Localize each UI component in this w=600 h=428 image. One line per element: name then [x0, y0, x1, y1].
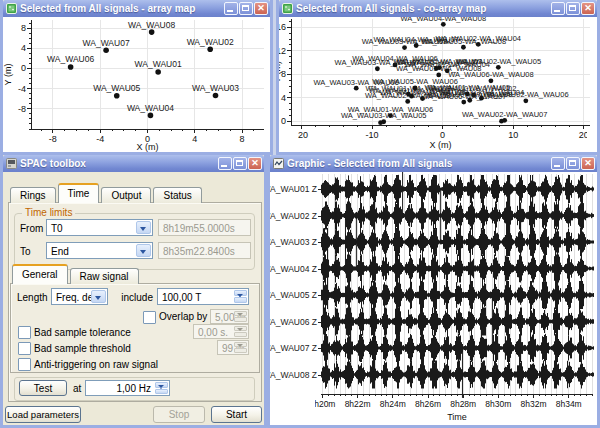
trace-label: WA_WAU04 Z: [270, 264, 317, 274]
window-graphic: Graphic - Selected from All signals WA_W…: [267, 155, 600, 428]
include-spinbox[interactable]: 100,00 T: [157, 288, 249, 305]
station-dot: [68, 64, 74, 70]
tab-rings[interactable]: Rings: [10, 187, 56, 203]
coarray-map-plot[interactable]: -20-10010200481216X (m)Y (m)WA_WAU01-WA_…: [279, 17, 597, 152]
maximize-icon[interactable]: [566, 2, 580, 15]
tab-general[interactable]: General: [12, 264, 68, 284]
spin-down-icon[interactable]: [234, 332, 247, 337]
start-label: Start: [226, 409, 247, 420]
trace-waveform: [322, 361, 594, 389]
from-combobox[interactable]: T0: [46, 219, 153, 236]
bad-sample-tolerance-checkbox[interactable]: [18, 326, 31, 339]
to-time-field[interactable]: 8h35m22.8400s: [158, 242, 251, 259]
window-title: SPAC toolbox: [20, 158, 217, 169]
load-parameters-button[interactable]: Load parameters: [5, 406, 81, 423]
minimize-icon[interactable]: [224, 2, 238, 15]
svg-text:8: 8: [240, 134, 245, 144]
station-dot-label: WA_WAU06: [47, 54, 94, 64]
svg-text:16: 16: [279, 22, 286, 32]
dropdown-arrow-icon[interactable]: [136, 244, 151, 257]
station-dot: [148, 113, 154, 119]
svg-text:8: 8: [21, 23, 26, 33]
dropdown-arrow-icon[interactable]: [91, 290, 106, 303]
load-parameters-label: Load parameters: [7, 409, 79, 420]
array-map-plot[interactable]: -8-4048-8-4048X (m)Y (m)WA_WAU01WA_WAU02…: [3, 17, 270, 152]
tab-status[interactable]: Status: [153, 187, 201, 203]
trace-waveform: [322, 255, 594, 283]
window-title: Selected from All signals - array map: [20, 3, 223, 14]
tab-time[interactable]: Time: [58, 183, 100, 203]
svg-text:12: 12: [279, 46, 286, 56]
start-button[interactable]: Start: [211, 406, 262, 423]
time-tick-label: 8h26m: [415, 399, 441, 409]
tab-output[interactable]: Output: [101, 187, 151, 203]
station-dot-label: WA_WAU05: [93, 83, 140, 93]
time-tick-label: 8h32m: [521, 399, 547, 409]
station-dot: [213, 93, 219, 99]
app-icon: [6, 158, 17, 169]
titlebar-graphic[interactable]: Graphic - Selected from All signals: [270, 155, 597, 172]
spin-down-icon[interactable]: [234, 297, 247, 303]
frequency-spinbox[interactable]: 1,00 Hz: [85, 380, 170, 396]
include-value: 100,00 T: [162, 291, 201, 302]
time-tick-label: 8h28m: [450, 399, 476, 409]
from-label: From: [20, 223, 43, 234]
spin-down-icon[interactable]: [234, 348, 247, 353]
pair-dot-label: WA_WAU06-WA_WAU08: [448, 70, 534, 79]
close-icon[interactable]: [248, 157, 262, 170]
to-value: End: [51, 245, 69, 256]
to-combobox[interactable]: End: [46, 242, 153, 259]
svg-text:0: 0: [281, 116, 286, 126]
overlap-checkbox[interactable]: [143, 311, 156, 324]
bad-sample-threshold-label: Bad sample threshold: [34, 343, 131, 354]
mdi-desktop: Selected from All signals - array map -8…: [0, 0, 600, 428]
anti-triggering-label: Anti-triggering on raw signal: [34, 359, 158, 370]
overlap-spinbox[interactable]: 5,00 %: [210, 309, 249, 324]
maximize-icon[interactable]: [566, 157, 580, 170]
svg-text:-10: -10: [366, 130, 379, 140]
svg-text:4: 4: [192, 134, 197, 144]
test-button[interactable]: Test: [19, 380, 67, 396]
from-value: T0: [51, 222, 63, 233]
map-icon: [6, 3, 17, 14]
trace-waveform: [322, 334, 594, 362]
close-icon[interactable]: [254, 2, 268, 15]
trace-waveform: [322, 202, 594, 230]
minimize-icon[interactable]: [551, 157, 565, 170]
station-dot-label: WA_WAU08: [128, 20, 175, 30]
seismic-traces-plot[interactable]: WA_WAU01 ZWA_WAU02 ZWA_WAU03 ZWA_WAU04 Z…: [270, 172, 597, 425]
spin-down-icon[interactable]: [155, 389, 168, 395]
stop-button[interactable]: Stop: [153, 406, 205, 423]
close-icon[interactable]: [581, 157, 595, 170]
anti-triggering-checkbox[interactable]: [18, 358, 31, 371]
svg-text:20: 20: [579, 130, 589, 140]
station-dot: [155, 69, 161, 75]
close-icon[interactable]: [581, 2, 595, 15]
svg-text:-8: -8: [18, 104, 26, 114]
from-time-value: 8h19m55.0000s: [163, 222, 235, 233]
titlebar-array-map[interactable]: Selected from All signals - array map: [3, 0, 270, 17]
length-combobox[interactable]: Freq. dep.: [51, 288, 108, 305]
svg-text:4: 4: [281, 93, 286, 103]
titlebar-spac[interactable]: SPAC toolbox: [3, 155, 264, 172]
station-dot-label: WA_WAU07: [83, 38, 130, 48]
tab-raw-signal[interactable]: Raw signal: [70, 268, 139, 284]
titlebar-coarray-map[interactable]: Selected from All signals - co-array map: [279, 0, 597, 17]
svg-text:Time: Time: [447, 412, 467, 422]
svg-text:-4: -4: [96, 134, 104, 144]
bad-sample-threshold-spinbox[interactable]: 99 %: [217, 340, 249, 355]
map-icon: [282, 3, 293, 14]
from-time-field[interactable]: 8h19m55.0000s: [158, 219, 251, 236]
bad-sample-tolerance-spinbox[interactable]: 0,00 s.: [193, 324, 249, 339]
minimize-icon[interactable]: [218, 157, 232, 170]
minimize-icon[interactable]: [551, 2, 565, 15]
length-label: Length: [17, 292, 48, 303]
dropdown-arrow-icon[interactable]: [136, 221, 151, 234]
spin-down-icon[interactable]: [234, 317, 247, 322]
svg-text:-20: -20: [295, 130, 308, 140]
time-limits-label: Time limits: [22, 207, 75, 218]
window-spac-toolbox: SPAC toolbox Rings Time Output Status Ti…: [0, 155, 267, 428]
maximize-icon[interactable]: [239, 2, 253, 15]
bad-sample-threshold-checkbox[interactable]: [18, 342, 31, 355]
maximize-icon[interactable]: [233, 157, 247, 170]
